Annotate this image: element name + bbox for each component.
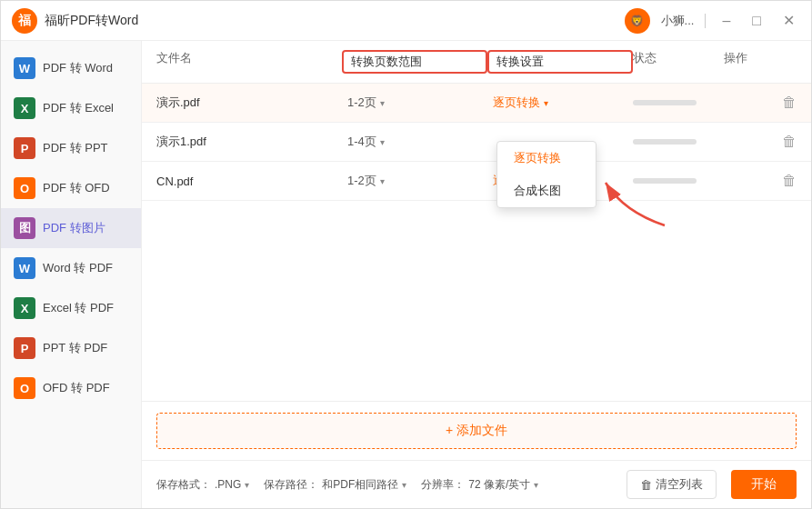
pages-btn-1[interactable]: 1-4页 ▾ xyxy=(342,132,487,152)
table-row: 演示.pdf 1-2页 ▾ 逐页转换 ▾ 🗑 xyxy=(142,84,811,123)
pages-btn-2[interactable]: 1-2页 ▾ xyxy=(342,171,487,191)
delete-btn-2[interactable]: 🗑 xyxy=(724,173,797,189)
sidebar-item-ppt-to-pdf[interactable]: P PPT 转 PDF xyxy=(1,328,141,368)
title-divider xyxy=(705,14,706,28)
table-header: 文件名 转换页数范围 转换设置 状态 操作 xyxy=(142,41,811,84)
resolution-value: 72 像素/英寸 xyxy=(468,477,530,493)
add-file-button[interactable]: + 添加文件 xyxy=(156,413,797,449)
convert-type-dropdown: 逐页转换 合成长图 xyxy=(496,141,596,208)
path-label: 保存路径： xyxy=(264,477,318,493)
status-line-1 xyxy=(633,139,697,145)
sidebar-item-excel-to-pdf[interactable]: X Excel 转 PDF xyxy=(1,288,141,328)
delete-btn-1[interactable]: 🗑 xyxy=(724,134,797,150)
col-status: 状态 xyxy=(633,50,724,74)
pages-value-2: 1-2页 xyxy=(347,173,376,189)
col-convert-settings: 转换设置 xyxy=(487,50,633,74)
sidebar-label-ppt-to-pdf: PPT 转 PDF xyxy=(43,340,107,356)
title-bar: 福 福昕PDF转Word 🦁 小狮... – □ ✕ xyxy=(1,1,811,41)
resolution-label: 分辨率： xyxy=(421,477,465,493)
path-option[interactable]: 保存路径： 和PDF相同路径 ▾ xyxy=(264,477,406,493)
path-value: 和PDF相同路径 xyxy=(322,477,398,493)
user-avatar: 🦁 xyxy=(625,8,650,34)
status-line-0 xyxy=(633,100,697,105)
col-filename: 文件名 xyxy=(156,50,342,74)
sidebar-item-pdf-to-image[interactable]: 图 PDF 转图片 xyxy=(1,208,141,248)
sidebar-label-pdf-to-ppt: PDF 转 PPT xyxy=(43,140,108,156)
ppt-to-pdf-icon: P xyxy=(14,337,35,359)
pages-chevron-2: ▾ xyxy=(380,176,385,186)
sidebar-item-pdf-to-excel[interactable]: X PDF 转 Excel xyxy=(1,88,141,128)
sidebar-label-word-to-pdf: Word 转 PDF xyxy=(43,260,113,276)
pages-chevron-1: ▾ xyxy=(380,137,385,147)
resolution-chevron: ▾ xyxy=(534,480,538,490)
table-row: CN.pdf 1-2页 ▾ 逐页转换 ▾ 🗑 xyxy=(142,162,811,201)
pages-btn-0[interactable]: 1-2页 ▾ xyxy=(342,93,487,113)
clear-label: 清空列表 xyxy=(656,476,703,493)
table-row: 演示1.pdf 1-4页 ▾ 🗑 xyxy=(142,123,811,162)
sidebar-item-word-to-pdf[interactable]: W Word 转 PDF xyxy=(1,248,141,288)
path-chevron: ▾ xyxy=(402,480,406,490)
excel-icon: X xyxy=(14,97,35,119)
app-title: 福昕PDF转Word xyxy=(45,13,138,29)
excel-to-pdf-icon: X xyxy=(14,297,35,319)
app-logo: 福 xyxy=(12,8,37,34)
sidebar-label-pdf-to-excel: PDF 转 Excel xyxy=(43,100,114,116)
dropdown-item-long-image[interactable]: 合成长图 xyxy=(497,175,596,207)
sidebar-label-pdf-to-ofd: PDF 转 OFD xyxy=(43,180,110,196)
format-value: .PNG xyxy=(215,478,241,491)
filename-cell: 演示.pdf xyxy=(156,95,342,111)
logo-text: 福 xyxy=(18,13,31,29)
filename-cell: CN.pdf xyxy=(156,175,342,188)
convert-type-chevron-0: ▾ xyxy=(544,98,548,108)
pages-chevron-0: ▾ xyxy=(380,98,385,108)
clear-list-button[interactable]: 🗑 清空列表 xyxy=(627,470,717,499)
convert-type-btn-0[interactable]: 逐页转换 ▾ xyxy=(487,93,633,113)
convert-type-value-0: 逐页转换 xyxy=(493,95,540,111)
word-to-pdf-icon: W xyxy=(14,257,35,279)
sidebar-item-pdf-to-ppt[interactable]: P PDF 转 PPT xyxy=(1,128,141,168)
start-button[interactable]: 开始 xyxy=(731,470,797,499)
col-pages-range: 转换页数范围 xyxy=(342,50,487,74)
title-left: 福 福昕PDF转Word xyxy=(12,8,138,34)
close-button[interactable]: ✕ xyxy=(777,12,800,30)
filename-cell: 演示1.pdf xyxy=(156,134,342,150)
app-window: 福 福昕PDF转Word 🦁 小狮... – □ ✕ W PDF 转 Word … xyxy=(0,0,812,509)
delete-btn-0[interactable]: 🗑 xyxy=(724,95,797,111)
pages-value-1: 1-4页 xyxy=(347,134,376,150)
image-icon: 图 xyxy=(14,217,35,239)
title-right: 🦁 小狮... – □ ✕ xyxy=(625,8,800,34)
bottom-bar: 保存格式： .PNG ▾ 保存路径： 和PDF相同路径 ▾ 分辨率： 72 像素… xyxy=(142,460,811,508)
sidebar-label-excel-to-pdf: Excel 转 PDF xyxy=(43,300,114,316)
sidebar-item-pdf-to-ofd[interactable]: O PDF 转 OFD xyxy=(1,168,141,208)
sidebar-label-ofd-to-pdf: OFD 转 PDF xyxy=(43,380,110,396)
maximize-button[interactable]: □ xyxy=(747,12,767,30)
status-cell-1 xyxy=(633,139,724,145)
format-option[interactable]: 保存格式： .PNG ▾ xyxy=(156,477,249,493)
ppt-icon: P xyxy=(14,137,35,159)
sidebar-label-pdf-to-image: PDF 转图片 xyxy=(43,220,105,236)
add-file-row: + 添加文件 xyxy=(142,401,811,460)
col-action: 操作 xyxy=(724,50,797,74)
format-label: 保存格式： xyxy=(156,477,211,493)
ofd-icon: O xyxy=(14,177,35,199)
pages-value-0: 1-2页 xyxy=(347,95,376,111)
resolution-option[interactable]: 分辨率： 72 像素/英寸 ▾ xyxy=(421,477,538,493)
status-line-2 xyxy=(633,178,697,184)
content-area: 文件名 转换页数范围 转换设置 状态 操作 演示.pdf 1-2页 ▾ 逐页转换 xyxy=(142,41,811,508)
minimize-button[interactable]: – xyxy=(717,12,736,30)
trash-icon: 🗑 xyxy=(640,478,652,492)
sidebar: W PDF 转 Word X PDF 转 Excel P PDF 转 PPT O… xyxy=(1,41,142,508)
word-icon: W xyxy=(14,57,35,79)
status-cell-0 xyxy=(633,100,724,105)
sidebar-item-pdf-to-word[interactable]: W PDF 转 Word xyxy=(1,48,141,88)
user-name: 小狮... xyxy=(661,13,695,29)
format-chevron: ▾ xyxy=(245,480,249,490)
sidebar-item-ofd-to-pdf[interactable]: O OFD 转 PDF xyxy=(1,368,141,408)
file-table: 文件名 转换页数范围 转换设置 状态 操作 演示.pdf 1-2页 ▾ 逐页转换 xyxy=(142,41,811,401)
status-cell-2 xyxy=(633,178,724,184)
dropdown-item-page-by-page[interactable]: 逐页转换 xyxy=(497,142,596,175)
sidebar-label-pdf-to-word: PDF 转 Word xyxy=(43,60,113,76)
ofd-to-pdf-icon: O xyxy=(14,377,35,399)
main-content: W PDF 转 Word X PDF 转 Excel P PDF 转 PPT O… xyxy=(1,41,811,508)
